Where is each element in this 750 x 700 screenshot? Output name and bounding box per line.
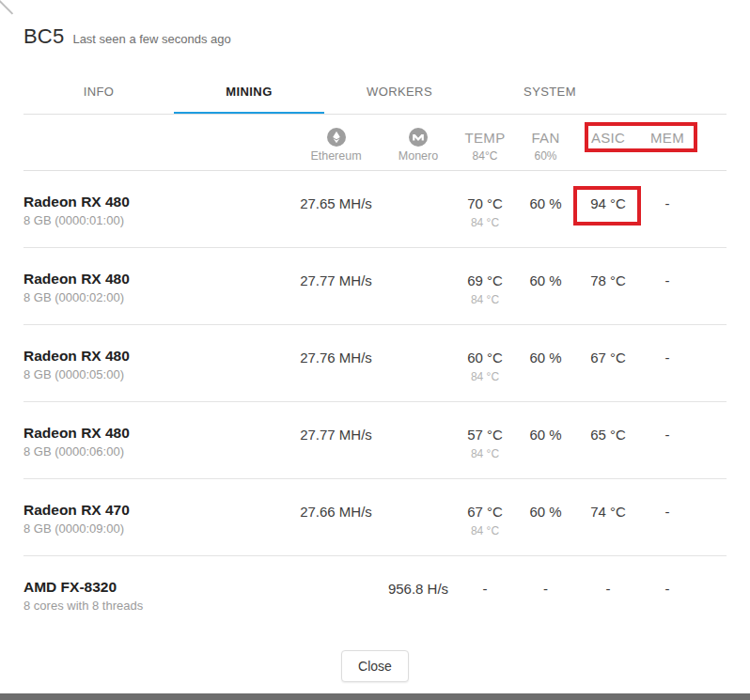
fan-column-label: FAN [519,130,572,146]
mem-temp-value: - [644,325,691,401]
device-name: AMD FX-8320 [23,579,287,596]
table-row-gpu5: Radeon RX 470 8 GB (0000:09:00) 27.66 MH… [23,479,727,556]
temp-value: 67 °C [451,504,519,520]
fan-value: 60 % [519,171,572,247]
last-seen-status: Last seen a few seconds ago [72,32,230,46]
mem-temp-value: - [644,402,691,478]
ethereum-hashrate: 27.77 MH/s [287,402,385,478]
temp-cell: 70 °C 84 °C [451,171,519,247]
temp-value: 60 °C [451,350,519,366]
fan-column-target: 60% [519,149,572,163]
ethereum-icon [327,128,346,147]
fan-value: 60 % [519,325,572,401]
temp-value: 69 °C [451,272,519,288]
table-row-gpu3: Radeon RX 480 8 GB (0000:05:00) 27.76 MH… [23,325,727,402]
device-cell: Radeon RX 480 8 GB (0000:05:00) [23,325,287,401]
mem-temp-value: - [644,248,691,324]
fan-value: 60 % [519,402,572,478]
table-row-gpu4: Radeon RX 480 8 GB (0000:06:00) 27.77 MH… [23,402,727,479]
ethereum-column-label: Ethereum [310,149,361,163]
device-details: 8 cores with 8 threads [23,599,287,613]
device-name: Radeon RX 470 [23,502,287,519]
table-row-cpu: AMD FX-8320 8 cores with 8 threads 956.8… [23,556,727,625]
device-name: Radeon RX 480 [23,348,287,365]
monero-icon [409,128,428,147]
temp-column-target: 84°C [451,149,519,163]
tab-system[interactable]: SYSTEM [475,73,625,115]
temp-cell: 67 °C 84 °C [451,479,519,555]
device-cell: Radeon RX 480 8 GB (0000:06:00) [23,402,287,478]
fan-value: 60 % [519,479,572,555]
monero-hashrate [385,325,451,401]
fan-column-header: FAN 60% [519,115,572,170]
asic-temp-value: - [572,556,644,625]
temp-value: - [451,581,519,597]
fan-value: - [519,556,572,625]
ethereum-hashrate: 27.77 MH/s [287,248,385,324]
monero-column-label: Monero [398,149,438,163]
ethereum-hashrate [287,556,385,625]
device-details: 8 GB (0000:06:00) [23,444,287,459]
temp-target-value: 84 °C [451,370,519,383]
temp-target-value: 84 °C [451,524,519,537]
tab-workers[interactable]: WORKERS [324,73,475,115]
device-details: 8 GB (0000:02:00) [23,290,287,304]
device-name: Radeon RX 480 [23,271,287,288]
fan-value: 60 % [519,248,572,324]
table-row-gpu2: Radeon RX 480 8 GB (0000:02:00) 27.77 MH… [23,248,727,325]
ethereum-hashrate: 27.66 MH/s [287,479,385,555]
temp-target-value: 84 °C [451,447,519,460]
device-name: Radeon RX 480 [23,194,287,210]
temp-cell: 60 °C 84 °C [451,325,519,401]
temp-column-header: TEMP 84°C [451,115,519,170]
device-column-header [23,115,287,170]
temp-target-value: 84 °C [451,216,519,229]
mem-temp-value: - [644,479,691,555]
temp-target-value: 84 °C [451,293,519,306]
asic-temp-value: 74 °C [572,479,644,555]
mem-temp-value: - [644,556,691,625]
temp-value: 57 °C [451,427,519,443]
device-details: 8 GB (0000:05:00) [23,367,287,381]
device-name: Radeon RX 480 [23,425,287,442]
device-details: 8 GB (0000:09:00) [23,521,287,536]
ethereum-hashrate: 27.65 MH/s [287,171,385,247]
temp-value: 70 °C [451,195,519,211]
temp-column-label: TEMP [451,130,519,146]
ethereum-column-header: Ethereum [287,115,385,170]
monero-hashrate: 956.8 H/s [385,556,451,625]
background-page-edge [0,693,750,700]
asic-temp-value: 65 °C [572,402,644,478]
worker-name-title: BC5 [23,24,64,48]
monero-hashrate [385,479,451,555]
dialog-footer: Close [0,650,750,682]
device-details: 8 GB (0000:01:00) [23,213,287,227]
temp-cell: 57 °C 84 °C [451,402,519,478]
annotation-box-asic-mem-header [585,122,697,152]
device-cell: Radeon RX 470 8 GB (0000:09:00) [23,479,287,555]
device-cell: AMD FX-8320 8 cores with 8 threads [23,556,287,625]
asic-temp-value: 78 °C [572,248,644,324]
dialog-header: BC5Last seen a few seconds ago [23,24,231,49]
close-button[interactable]: Close [341,650,409,682]
monero-hashrate [385,171,451,247]
device-cell: Radeon RX 480 8 GB (0000:02:00) [23,248,287,324]
tab-bar: INFO MINING WORKERS SYSTEM [23,73,625,115]
asic-temp-value: 67 °C [572,325,644,401]
temp-cell: 69 °C 84 °C [451,248,519,324]
annotation-box-gpu1-asic-temp [573,186,641,226]
ethereum-hashrate: 27.76 MH/s [287,325,385,401]
device-cell: Radeon RX 480 8 GB (0000:01:00) [23,171,287,247]
monero-column-header: Monero [385,115,451,170]
corner-artifact [0,0,13,15]
tab-info[interactable]: INFO [23,73,174,115]
tab-mining[interactable]: MINING [174,73,324,115]
mem-temp-value: - [644,171,691,247]
monero-hashrate [385,248,451,324]
temp-cell: - [451,556,519,625]
worker-details-dialog: BC5Last seen a few seconds ago INFO MINI… [0,0,750,700]
monero-hashrate [385,402,451,478]
